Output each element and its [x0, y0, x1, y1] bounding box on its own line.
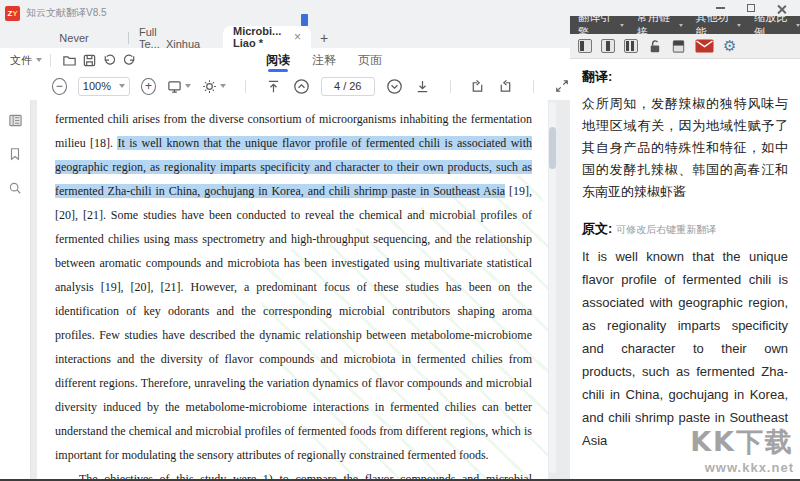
- document-paragraph: fermented chili arises from the diverse …: [55, 107, 532, 467]
- scrollbar-thumb[interactable]: [549, 127, 556, 169]
- view-mode-tabs: 阅读 注释 页面: [266, 48, 382, 72]
- active-view-indicator: [268, 69, 288, 72]
- thumbnails-icon: [8, 113, 23, 128]
- redo-icon: [122, 53, 137, 68]
- tab-page-mode[interactable]: 页面: [358, 48, 382, 72]
- tab-annotation-mode[interactable]: 注释: [312, 48, 336, 72]
- document-scrollbar[interactable]: [549, 102, 556, 473]
- page-number-input[interactable]: 4 / 26: [321, 77, 375, 96]
- paragraph-text: [19], [20], [21]. Some studies have been…: [55, 184, 532, 462]
- layout-split-button[interactable]: [624, 39, 638, 53]
- document-section: ZY 知云文献翻译V8.5 Never Full Te..._Xinhua Mi…: [0, 0, 570, 479]
- arrow-to-top-icon: [266, 79, 281, 94]
- undo-icon: [102, 53, 117, 68]
- chevron-down-icon: [185, 84, 191, 88]
- open-folder-button[interactable]: [59, 50, 79, 70]
- display-mode-button[interactable]: [167, 76, 191, 96]
- source-hint: 可修改后右键重新翻译: [616, 224, 716, 235]
- panel-icon-toolbar: ⚙: [570, 34, 800, 59]
- minimize-button[interactable]: [716, 7, 725, 9]
- rotate-right-button[interactable]: [497, 76, 514, 96]
- view-tab-label: 注释: [312, 52, 336, 69]
- tab-label: Never: [59, 32, 88, 44]
- tab-close-icon[interactable]: ×: [294, 31, 301, 43]
- redo-button[interactable]: [119, 50, 139, 70]
- zoom-out-button[interactable]: −: [52, 78, 67, 95]
- go-to-top-button[interactable]: [265, 76, 282, 96]
- circle-chevron-up-icon: [293, 78, 310, 95]
- pdf-page[interactable]: fermented chili arises from the diverse …: [37, 100, 548, 479]
- app-logo-icon: ZY: [5, 6, 20, 21]
- tab-bookmark-icon: [301, 14, 308, 26]
- layout-split-icon: [624, 39, 638, 53]
- chevron-down-icon: [36, 58, 42, 62]
- feedback-button[interactable]: [695, 39, 714, 53]
- document-tab-bar: Never Full Te..._Xinhua Microbi... Liao …: [0, 26, 570, 48]
- translation-label: 翻译:: [582, 68, 788, 86]
- new-tab-button[interactable]: +: [311, 28, 337, 48]
- circle-chevron-down-icon: [386, 78, 403, 95]
- next-page-button[interactable]: [386, 76, 403, 96]
- translation-text: 众所周知，发酵辣椒的独特风味与地理区域有关，因为地域性赋予了其自身产品的特殊性和…: [582, 93, 788, 203]
- mail-icon: [695, 39, 714, 53]
- bookmarks-button[interactable]: [5, 144, 25, 164]
- rotate-left-icon: [470, 79, 485, 94]
- layout-single-icon: [578, 39, 592, 53]
- zoom-in-button[interactable]: +: [141, 78, 156, 95]
- search-icon: [8, 181, 22, 195]
- download-button[interactable]: [414, 76, 431, 96]
- translation-panel: 翻译引擎 常用链接 其他功能 缩放比例 ⚙ 翻译: 众所周知，发酵辣椒的独特风味…: [570, 0, 800, 479]
- settings-button[interactable]: ⚙: [723, 39, 736, 54]
- folder-icon: [62, 53, 77, 68]
- search-button[interactable]: [5, 178, 25, 198]
- chevron-down-icon: [737, 24, 741, 27]
- source-text[interactable]: It is well known that the unique flavor …: [582, 245, 788, 452]
- layout-single-button[interactable]: [578, 39, 592, 53]
- save-icon: [82, 53, 97, 68]
- document-paragraph: The objectives of this study were 1) to …: [55, 467, 532, 479]
- file-menu-button[interactable]: 文件: [10, 53, 42, 68]
- thumbnails-button[interactable]: [5, 110, 25, 130]
- notes-button[interactable]: [671, 39, 686, 54]
- tab-label: Microbi... Liao *: [233, 25, 288, 49]
- toolbar-divider: [50, 54, 51, 67]
- translation-content: 翻译: 众所周知，发酵辣椒的独特风味与地理区域有关，因为地域性赋予了其自身产品的…: [570, 59, 800, 479]
- previous-page-button[interactable]: [293, 76, 310, 96]
- tab-reading-mode[interactable]: 阅读: [266, 48, 290, 72]
- save-button[interactable]: [79, 50, 99, 70]
- undo-button[interactable]: [99, 50, 119, 70]
- view-tab-label: 页面: [358, 52, 382, 69]
- document-viewer: fermented chili arises from the diverse …: [0, 100, 570, 479]
- source-row: 原文:可修改后右键重新翻译: [582, 219, 788, 238]
- fullscreen-button[interactable]: [553, 76, 570, 96]
- view-tab-label: 阅读: [266, 52, 290, 69]
- app-title: 知云文献翻译V8.5: [26, 6, 107, 20]
- toolbar-divider: [533, 80, 534, 93]
- layout-middle-button[interactable]: [601, 39, 615, 53]
- document-icon: [671, 39, 686, 54]
- tab-full-text-xinhua[interactable]: Full Te..._Xinhua: [129, 28, 223, 48]
- rotate-left-button[interactable]: [470, 76, 487, 96]
- file-menu-label: 文件: [10, 53, 32, 68]
- lock-button[interactable]: [647, 39, 662, 54]
- close-button[interactable]: [777, 4, 786, 13]
- chevron-down-icon: [119, 84, 125, 88]
- brightness-button[interactable]: [202, 76, 226, 96]
- layout-middle-icon: [601, 39, 615, 53]
- rotate-right-icon: [498, 79, 513, 94]
- chevron-down-icon: [620, 24, 624, 27]
- bookmark-icon: [8, 147, 22, 161]
- chevron-down-icon: [220, 84, 226, 88]
- tab-never[interactable]: Never: [20, 28, 128, 48]
- unlock-icon: [647, 39, 662, 54]
- sun-icon: [202, 79, 217, 94]
- chevron-down-icon: [679, 24, 683, 27]
- tab-microbi-liao-active[interactable]: Microbi... Liao * ×: [223, 26, 311, 48]
- toolbar-divider: [450, 80, 451, 93]
- download-icon: [415, 79, 430, 94]
- app-window: ZY 知云文献翻译V8.5 Never Full Te..._Xinhua Mi…: [0, 0, 800, 481]
- zoom-level-select[interactable]: 100%: [78, 77, 131, 96]
- expand-icon: [555, 79, 569, 93]
- zoom-page-toolbar: − 100% + 4 / 26: [0, 72, 570, 100]
- highlighted-selection[interactable]: It is well known that the unique flavor …: [55, 136, 532, 198]
